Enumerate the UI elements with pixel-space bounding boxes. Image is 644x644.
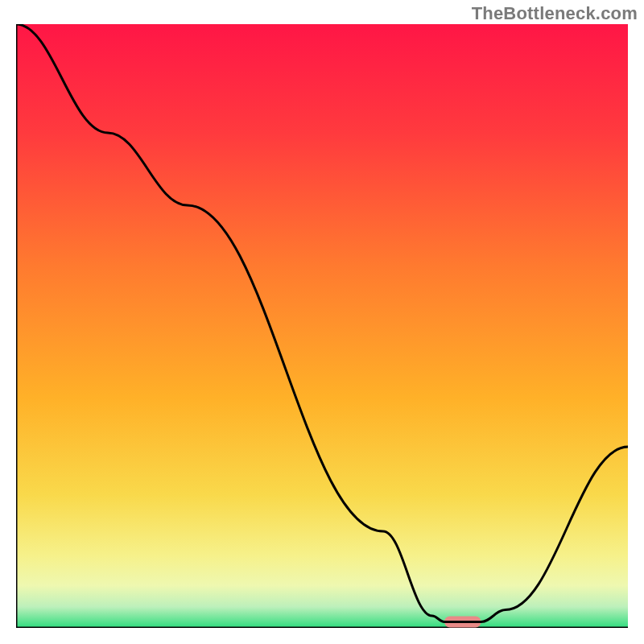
plot-area <box>16 24 628 628</box>
chart-svg <box>16 24 628 628</box>
chart-container: TheBottleneck.com <box>0 0 644 644</box>
watermark-text: TheBottleneck.com <box>472 3 638 24</box>
gradient-background <box>16 24 628 628</box>
